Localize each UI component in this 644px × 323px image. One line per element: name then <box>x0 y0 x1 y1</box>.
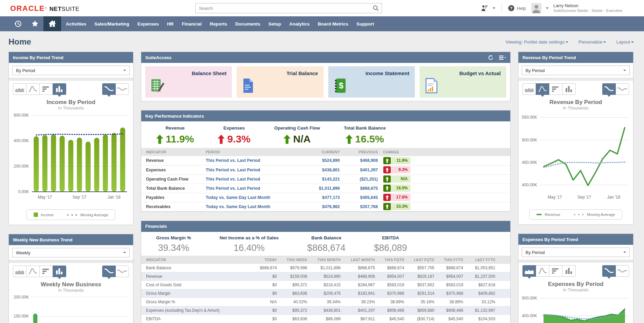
fin-value-link[interactable]: $1,011,896 <box>312 264 346 272</box>
portlet-header[interactable]: Weekly New Business Trend <box>9 234 133 245</box>
portlet-header[interactable]: SuiteAccess <box>141 52 510 63</box>
search-icon[interactable] <box>372 5 379 13</box>
fin-value-link[interactable]: $829,167 <box>409 272 439 281</box>
viewing-dropdown[interactable]: Viewing: Portlet date settings <box>505 39 568 45</box>
fin-value-link[interactable]: $67,611 <box>345 315 380 323</box>
fin-value-link[interactable]: 39.23% <box>345 298 380 306</box>
trend-off-icon[interactable] <box>115 266 129 277</box>
nav-item-financial[interactable]: Financial <box>182 21 202 27</box>
fin-value-link[interactable]: $954,007 <box>380 272 409 281</box>
fin-value-link[interactable]: $284,967 <box>345 281 380 289</box>
period-dropdown[interactable]: By Period <box>12 66 130 75</box>
portlet-header[interactable]: Income By Period Trend <box>9 52 133 63</box>
refresh-icon[interactable] <box>488 55 494 61</box>
portlet-header[interactable]: Revenue By Period Trend <box>518 52 633 63</box>
nav-item-setup[interactable]: Setup <box>268 21 281 27</box>
fin-value-link[interactable]: $86,089 <box>312 315 346 323</box>
kpi-current-link[interactable]: $476,982 <box>301 202 340 211</box>
fin-value-link[interactable]: $104,503 <box>468 315 510 323</box>
trend-off-icon[interactable] <box>115 83 129 95</box>
fin-value-link[interactable]: $908,466 <box>380 306 409 315</box>
nav-item-reports[interactable]: Reports <box>210 21 227 27</box>
fin-value-link[interactable]: $0 <box>256 289 282 298</box>
fin-value-link[interactable]: $0 <box>256 281 282 289</box>
fin-value-link[interactable]: $45,540 <box>380 315 409 323</box>
kpi-period-link[interactable]: This Period vs. Last Period <box>206 165 301 174</box>
avatar-caret-icon[interactable] <box>546 7 549 10</box>
chart-type-area-icon[interactable] <box>522 265 536 277</box>
search-input[interactable] <box>195 3 382 13</box>
fin-value-link[interactable]: $0 <box>256 306 282 315</box>
nav-item-board-metrics[interactable]: Board Metrics <box>318 21 348 27</box>
fin-value-link[interactable]: $583,019 <box>439 281 468 289</box>
fin-value-link[interactable]: 39.34% <box>312 298 346 306</box>
fin-value-link[interactable]: $206,475 <box>312 289 346 298</box>
period-dropdown[interactable]: By Period <box>522 248 630 257</box>
fin-value-link[interactable]: $63,636 <box>282 315 312 323</box>
recent-records-icon[interactable] <box>10 16 26 31</box>
trend-on-icon[interactable] <box>602 265 616 277</box>
period-dropdown[interactable]: Weekly <box>12 248 130 257</box>
fin-value-link[interactable]: $1,053,651 <box>468 264 510 272</box>
kpi-current-link[interactable]: $524,890 <box>301 156 340 165</box>
fin-value-link[interactable]: $954,007 <box>439 272 468 281</box>
fin-value-link[interactable]: $183,941 <box>345 289 380 298</box>
trend-off-icon[interactable] <box>615 83 629 95</box>
chart-type-hbar-icon[interactable] <box>549 265 563 277</box>
trend-off-icon[interactable] <box>615 265 629 277</box>
kpi-current-link[interactable]: $1,011,896 <box>301 184 340 193</box>
fin-value-link[interactable]: $557,705 <box>409 264 439 272</box>
kpi-previous-link[interactable]: $868,675 <box>340 184 378 193</box>
fin-value-link[interactable]: ($30,714) <box>409 315 439 323</box>
chart-type-hbar-icon[interactable] <box>39 83 53 95</box>
chart-type-area-icon[interactable] <box>13 83 26 95</box>
fin-value-link[interactable]: $827,618 <box>468 281 510 289</box>
personalize-dropdown[interactable]: Personalize <box>578 39 606 45</box>
chart-type-vbar-icon[interactable] <box>562 83 576 95</box>
fin-value-link[interactable]: $979,996 <box>282 264 312 272</box>
chart-type-area-icon[interactable] <box>522 83 536 95</box>
kpi-previous-link[interactable]: $357,768 <box>340 202 378 211</box>
fin-value-link[interactable]: $95,372 <box>282 306 312 315</box>
kpi-period-link[interactable]: Today vs. Same Day Last Month <box>206 202 301 211</box>
kpi-previous-link[interactable]: $468,908 <box>340 156 378 165</box>
fin-value-link[interactable]: $868,674 <box>439 264 468 272</box>
card-budget-vs-actual[interactable]: Budget vs Actual <box>420 66 506 98</box>
kpi-current-link[interactable]: $143,221 <box>301 174 340 184</box>
nav-item-expenses[interactable]: Expenses <box>137 21 159 27</box>
period-dropdown[interactable]: By Period <box>522 66 630 75</box>
kpi-period-link[interactable]: This Period vs. Last Period <box>206 174 301 184</box>
chart-type-vbar-icon[interactable] <box>53 83 66 95</box>
fin-value-link[interactable]: $0 <box>256 315 282 323</box>
card-balance-sheet[interactable]: Balance Sheet <box>145 66 232 98</box>
trend-on-icon[interactable] <box>602 83 616 95</box>
kpi-period-link[interactable]: Today vs. Same Day Last Month <box>206 193 301 202</box>
fin-value-link[interactable]: $401,297 <box>345 306 380 315</box>
chart-type-area-icon[interactable] <box>13 266 26 277</box>
shortcuts-star-icon[interactable] <box>26 16 43 31</box>
portlet-menu-icon[interactable] <box>499 55 506 60</box>
fin-value-link[interactable]: $291,514 <box>409 289 439 298</box>
fin-value-link[interactable]: $908,466 <box>439 306 468 315</box>
kpi-current-link[interactable]: $438,801 <box>301 165 340 174</box>
fin-value-link[interactable]: $868,675 <box>345 264 380 272</box>
kpi-current-link[interactable]: $477,173 <box>301 193 340 202</box>
fin-value-link[interactable]: $1,132,997 <box>468 306 510 315</box>
fin-value-link[interactable]: 33.12% <box>468 298 510 306</box>
kpi-previous-link[interactable]: $405,645 <box>340 193 378 202</box>
portlet-header[interactable]: Key Performance Indicators <box>141 111 510 121</box>
chart-type-line-icon[interactable] <box>536 265 549 277</box>
roles-icon[interactable] <box>481 4 488 12</box>
kpi-period-link[interactable]: This Period vs. Last Period <box>206 184 301 193</box>
nav-item-support[interactable]: Support <box>356 21 374 27</box>
fin-value-link[interactable]: $868,674 <box>380 264 409 272</box>
chart-type-hbar-icon[interactable] <box>39 266 53 277</box>
fin-value-link[interactable]: $468,908 <box>345 272 380 281</box>
fin-value-link[interactable]: $159,008 <box>282 272 312 281</box>
kpi-period-link[interactable]: This Period vs. Last Period <box>206 156 301 165</box>
fin-value-link[interactable]: $370,988 <box>439 289 468 298</box>
fin-value-link[interactable]: $370,988 <box>380 289 409 298</box>
card-trial-balance[interactable]: Trial Balance <box>237 66 323 98</box>
chart-type-line-icon[interactable] <box>26 266 40 277</box>
fin-value-link[interactable]: $95,372 <box>282 281 312 289</box>
